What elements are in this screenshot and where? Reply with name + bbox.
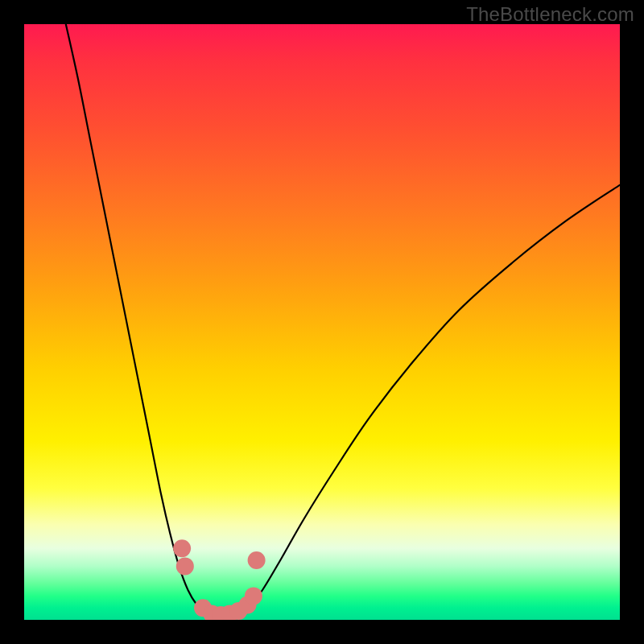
marker-dot [248,551,266,569]
marker-dot [245,587,262,605]
plot-area [24,24,620,620]
chart-frame: TheBottleneck.com [0,0,644,644]
scatter-markers [173,539,266,620]
marker-dot [173,539,191,557]
watermark-text: TheBottleneck.com [466,3,634,26]
markers-layer [24,24,620,620]
marker-dot [176,557,194,575]
